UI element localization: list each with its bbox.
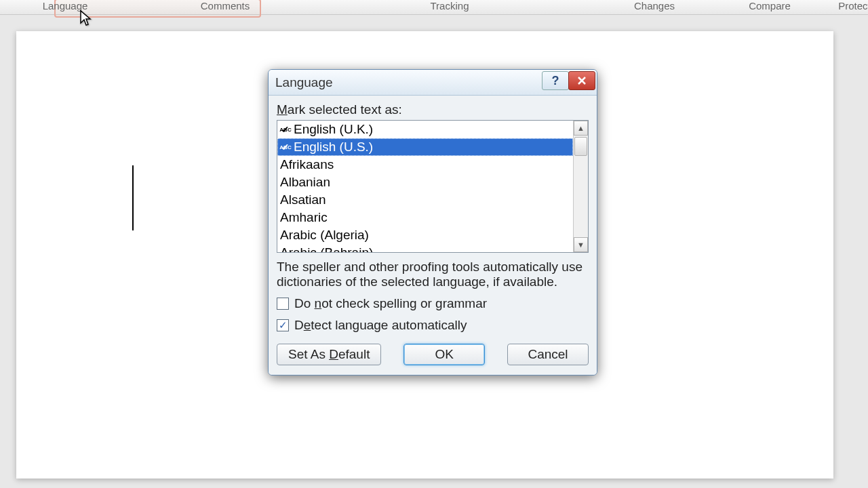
ribbon-group-compare[interactable]: Compare	[726, 0, 814, 12]
language-item[interactable]: Afrikaans	[277, 156, 573, 174]
dialog-titlebar[interactable]: Language ?	[269, 70, 597, 96]
language-name: Arabic (Bahrain)	[280, 245, 373, 252]
language-item[interactable]: Amharic	[277, 209, 573, 226]
ribbon-group-changes[interactable]: Changes	[610, 0, 698, 12]
language-name: Amharic	[280, 209, 328, 226]
language-name: Alsatian	[280, 192, 326, 208]
ribbon-group-language[interactable]: Language	[24, 0, 106, 12]
do-not-check-checkbox[interactable]	[277, 298, 289, 310]
close-icon	[577, 76, 587, 85]
language-name: English (U.K.)	[294, 121, 373, 138]
spellcheck-icon	[279, 141, 292, 153]
text-caret	[132, 165, 134, 230]
language-name: Albanian	[280, 174, 330, 190]
language-item[interactable]: English (U.S.)	[277, 138, 573, 156]
language-item[interactable]: English (U.K.)	[277, 121, 573, 138]
ribbon: LanguageCommentsTrackingChangesComparePr…	[0, 0, 868, 15]
scroll-track[interactable]	[574, 136, 588, 237]
scroll-up-button[interactable]: ▲	[574, 121, 588, 136]
ok-button[interactable]: OK	[403, 344, 485, 365]
scrollbar[interactable]: ▲ ▼	[573, 121, 588, 252]
cancel-button[interactable]: Cancel	[507, 344, 589, 365]
do-not-check-label: Do not check spelling or grammar	[294, 296, 487, 311]
language-item[interactable]: Arabic (Algeria)	[277, 226, 573, 244]
language-item[interactable]: Alsatian	[277, 191, 573, 209]
scroll-down-button[interactable]: ▼	[574, 237, 588, 252]
scroll-thumb[interactable]	[574, 137, 587, 156]
language-item[interactable]: Arabic (Bahrain)	[277, 244, 573, 252]
help-button[interactable]: ?	[542, 71, 569, 90]
detect-auto-checkbox[interactable]: ✓	[277, 319, 289, 331]
ribbon-group-protect[interactable]: Protect	[827, 0, 868, 12]
dialog-title: Language	[269, 75, 333, 90]
language-dialog: Language ? Mark selected text as: Englis…	[268, 69, 597, 375]
language-listbox[interactable]: English (U.K.)English (U.S.)AfrikaansAlb…	[277, 120, 589, 253]
mouse-cursor-icon	[79, 9, 93, 27]
set-default-button[interactable]: Set As Default	[277, 344, 381, 365]
language-name: English (U.S.)	[294, 139, 373, 155]
ribbon-group-comments[interactable]: Comments	[178, 0, 273, 12]
detect-auto-label: Detect language automatically	[294, 318, 467, 333]
language-name: Afrikaans	[280, 157, 334, 173]
language-item[interactable]: Albanian	[277, 174, 573, 191]
ribbon-group-tracking[interactable]: Tracking	[406, 0, 494, 12]
detect-auto-row[interactable]: ✓ Detect language automatically	[277, 318, 589, 333]
language-name: Arabic (Algeria)	[280, 227, 369, 243]
do-not-check-row[interactable]: Do not check spelling or grammar	[277, 296, 589, 311]
info-text: The speller and other proofing tools aut…	[277, 260, 589, 289]
close-button[interactable]	[568, 71, 595, 90]
spellcheck-icon	[279, 123, 292, 136]
mark-text-label: Mark selected text as:	[277, 102, 589, 117]
